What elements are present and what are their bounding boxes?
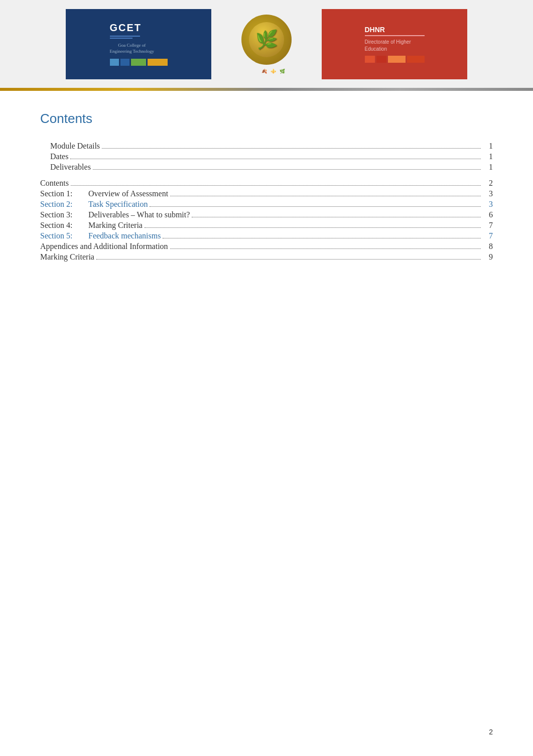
toc-label-dates: Dates bbox=[50, 152, 68, 161]
toc-label-deliverables-top: Deliverables bbox=[50, 163, 91, 172]
toc-page-section2: 3 bbox=[483, 200, 493, 209]
right-logo-title: DHNR bbox=[365, 26, 385, 34]
toc-page-deliverables-top: 1 bbox=[483, 163, 493, 172]
toc-item-appendices: Appendices and Additional Information 8 bbox=[40, 242, 493, 251]
toc-right-section1: 3 bbox=[168, 189, 493, 198]
dot-leader-section4 bbox=[145, 227, 481, 228]
university-emblem-inner: 🌿 bbox=[249, 22, 284, 57]
right-divider bbox=[365, 35, 425, 36]
dot-leader-deliverables-top bbox=[93, 169, 481, 170]
page-content: Contents Module Details 1 Dates 1 bbox=[0, 91, 533, 293]
block-blue bbox=[110, 59, 119, 66]
block-dark-blue bbox=[120, 59, 129, 66]
header-banner: GCET Goa College ofEngineering Technolog… bbox=[0, 0, 533, 88]
toc-right-module: 1 bbox=[100, 142, 493, 151]
gcet-title: GCET bbox=[110, 22, 142, 34]
toc-section2-title-link[interactable]: Task Specification bbox=[88, 200, 148, 209]
banner-right-logo: DHNR Directorate of Higher Education bbox=[322, 9, 467, 79]
toc-section3-label: Section 3: bbox=[40, 210, 85, 219]
rblock-1 bbox=[365, 56, 375, 63]
toc-left-dates: Dates bbox=[50, 152, 68, 161]
toc-right-deliverables-top: 1 bbox=[91, 163, 493, 172]
block-green bbox=[131, 59, 146, 66]
toc-section1-label: Section 1: bbox=[40, 189, 85, 198]
center-text: 🍂 ⚜️ 🌿 bbox=[248, 69, 285, 74]
dot-leader-section3 bbox=[192, 217, 481, 217]
banner-center-logo: 🌿 🍂 ⚜️ 🌿 bbox=[216, 4, 317, 84]
toc-section2-label-link[interactable]: Section 2: bbox=[40, 200, 85, 209]
right-color-blocks bbox=[365, 56, 425, 63]
toc-right-section3: 6 bbox=[190, 210, 493, 219]
toc-page-section3: 6 bbox=[483, 210, 493, 219]
toc-left-section3: Section 3: Deliverables – What to submit… bbox=[40, 210, 190, 219]
dot-leader-module bbox=[102, 148, 481, 149]
right-logo-subtitle2: Education bbox=[365, 46, 387, 52]
table-of-contents: Module Details 1 Dates 1 Deliverables bbox=[40, 142, 493, 262]
dot-leader-section5 bbox=[163, 238, 481, 238]
toc-item-deliverables-top: Deliverables 1 bbox=[40, 163, 493, 172]
toc-page-contents: 2 bbox=[483, 179, 493, 188]
toc-left-section5: Section 5: Feedback mechanisms bbox=[40, 231, 161, 240]
dot-leader-marking bbox=[96, 259, 481, 260]
banner-left-logo: GCET Goa College ofEngineering Technolog… bbox=[66, 9, 211, 79]
toc-right-section5: 7 bbox=[161, 231, 493, 240]
toc-item-contents: Contents 2 bbox=[40, 179, 493, 188]
contents-title: Contents bbox=[40, 111, 493, 127]
toc-section1-title: Overview of Assessment bbox=[88, 189, 168, 198]
dot-leader-dates bbox=[70, 159, 481, 159]
university-emblem-symbol: 🌿 bbox=[255, 29, 278, 50]
university-emblem-circle: 🌿 bbox=[241, 15, 292, 65]
toc-left-appendices: Appendices and Additional Information bbox=[40, 242, 168, 251]
rblock-2 bbox=[376, 56, 386, 63]
toc-left-deliverables-top: Deliverables bbox=[50, 163, 91, 172]
dot-leader-section1 bbox=[170, 196, 481, 196]
toc-left-section2: Section 2: Task Specification bbox=[40, 200, 148, 209]
toc-left-section1: Section 1: Overview of Assessment bbox=[40, 189, 168, 198]
dot-leader-appendices bbox=[170, 248, 481, 249]
toc-section5-label-link[interactable]: Section 5: bbox=[40, 231, 85, 240]
toc-left-section4: Section 4: Marking Criteria bbox=[40, 221, 143, 230]
toc-item-section1: Section 1: Overview of Assessment 3 bbox=[40, 189, 493, 198]
dot-leader-section2 bbox=[150, 206, 481, 207]
toc-right-marking: 9 bbox=[94, 253, 493, 262]
toc-right-appendices: 8 bbox=[168, 242, 493, 251]
toc-item-module-details: Module Details 1 bbox=[40, 142, 493, 151]
toc-label-contents: Contents bbox=[40, 179, 69, 188]
toc-right-dates: 1 bbox=[68, 152, 493, 161]
gcet-line-2 bbox=[110, 38, 132, 39]
toc-item-section2: Section 2: Task Specification 3 bbox=[40, 200, 493, 209]
toc-section5-title-link[interactable]: Feedback mechanisms bbox=[88, 231, 161, 240]
dot-leader-contents bbox=[71, 185, 481, 186]
gcet-subtitle: Goa College ofEngineering Technology bbox=[110, 43, 154, 54]
toc-left-marking: Marking Criteria bbox=[40, 253, 94, 262]
toc-section4-title: Marking Criteria bbox=[88, 221, 143, 230]
gcet-decorative-lines bbox=[110, 36, 140, 40]
page-number: 2 bbox=[489, 728, 493, 736]
toc-item-dates: Dates 1 bbox=[40, 152, 493, 161]
toc-label-module: Module Details bbox=[50, 142, 100, 151]
block-orange bbox=[148, 59, 168, 66]
toc-section3-title: Deliverables – What to submit? bbox=[88, 210, 190, 219]
toc-item-marking-criteria: Marking Criteria 9 bbox=[40, 253, 493, 262]
toc-page-dates: 1 bbox=[483, 152, 493, 161]
toc-page-module: 1 bbox=[483, 142, 493, 151]
toc-left-module: Module Details bbox=[50, 142, 100, 151]
toc-right-section2: 3 bbox=[148, 200, 493, 209]
toc-item-section3: Section 3: Deliverables – What to submit… bbox=[40, 210, 493, 219]
toc-page-section4: 7 bbox=[483, 221, 493, 230]
toc-page-section1: 3 bbox=[483, 189, 493, 198]
toc-page-marking: 9 bbox=[483, 253, 493, 262]
rblock-3 bbox=[388, 56, 406, 63]
gcet-line-1 bbox=[110, 36, 140, 37]
toc-right-section4: 7 bbox=[143, 221, 493, 230]
toc-item-section5: Section 5: Feedback mechanisms 7 bbox=[40, 231, 493, 240]
right-logo-subtitle: Directorate of Higher bbox=[365, 39, 411, 45]
toc-page-appendices: 8 bbox=[483, 242, 493, 251]
toc-section4-label: Section 4: bbox=[40, 221, 85, 230]
rblock-4 bbox=[407, 56, 425, 63]
gcet-color-blocks bbox=[110, 59, 168, 66]
toc-right-contents: 2 bbox=[69, 179, 493, 188]
toc-item-section4: Section 4: Marking Criteria 7 bbox=[40, 221, 493, 230]
toc-marking-title: Marking Criteria bbox=[40, 253, 94, 262]
toc-left-contents: Contents bbox=[40, 179, 69, 188]
